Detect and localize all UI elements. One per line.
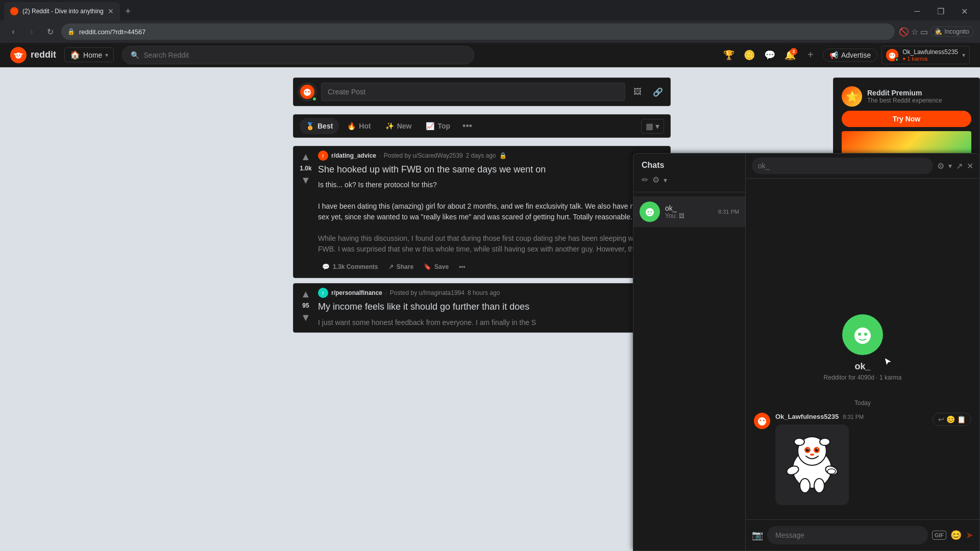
incognito-badge: 🕵 Incognito [930,27,974,37]
meta-dot-2: · [385,290,387,296]
chat-list-preview-1: You: 🖼 [665,212,713,219]
star-icon[interactable]: ☆ [911,27,918,37]
tab-close-icon[interactable]: ✕ [108,7,114,15]
chat-filter-icon[interactable]: ⚙ [652,175,659,185]
chat-expand-icon[interactable]: ▾ [948,162,952,170]
sort-more-btn[interactable]: ••• [458,121,476,132]
chat-filter-chevron[interactable]: ▾ [664,176,667,184]
post-meta-2: r r/personalfinance · Posted by u/Imagin… [318,288,666,298]
svg-point-3 [19,54,20,55]
more-btn-1[interactable]: ••• [455,260,470,273]
downvote-btn-1[interactable]: ▼ [300,174,312,186]
svg-point-36 [810,454,814,456]
premium-text: Reddit Premium The best Reddit experienc… [867,89,942,104]
msg-emoji-icon[interactable]: 😊 [946,415,955,423]
user-menu[interactable]: Ok_Lawfulness5235 ● 1 karma ▾ [881,46,970,64]
top-label: Top [437,122,450,130]
premium-desc: The best Reddit experience [867,97,942,104]
coins-action-btn[interactable]: 🪙 [741,47,757,63]
restore-button[interactable]: ❐ [929,2,952,20]
post-title-2[interactable]: My income feels like it should go furthe… [318,301,666,313]
notifications-btn[interactable]: 🔔 2 [782,47,798,63]
gif-btn[interactable]: GIF [932,531,946,540]
chat-settings-icon[interactable]: ⚙ [937,161,944,171]
lock-emoji-1: 🔒 [499,152,507,159]
advertise-btn[interactable]: 📢 Advertise [823,48,877,62]
chat-popout-icon[interactable]: ↗ [956,161,963,171]
svg-point-8 [891,54,892,55]
minimize-button[interactable]: ─ [905,2,929,20]
eye-slash-icon: 🚫 [899,27,909,37]
trophy-action-btn[interactable]: 🏆 [721,47,737,63]
search-input[interactable] [143,51,465,59]
reddit-logo[interactable]: reddit [10,47,56,63]
msg-reply-icon[interactable]: ↩ [938,415,944,423]
browser-tab-active[interactable]: (2) Reddit - Dive into anything ✕ [4,2,120,20]
chat-list-time-1: 8:31 PM [718,209,739,215]
plus-action-btn[interactable]: + [802,47,819,63]
chat-msg-name-1: Ok_Lawfulness5235 [775,413,839,420]
chat-panel: Chats ✏ ⚙ ▾ ok_ [633,153,980,551]
sub-name-2[interactable]: r/personalfinance [331,289,382,296]
emoji-btn[interactable]: 😊 [950,530,962,541]
svg-point-17 [651,211,652,213]
chat-close-icon[interactable]: ✕ [967,161,973,171]
address-bar[interactable]: 🔒 reddit.com/?rdt=44567 [61,23,895,40]
refresh-button[interactable]: ↻ [43,24,57,39]
upvote-btn-2[interactable]: ▲ [300,288,312,300]
date-divider-text: Today [854,399,871,407]
create-post-link-btn[interactable]: 🔗 [650,84,666,100]
sort-tab-top[interactable]: 📈 Top [420,118,456,134]
create-post-input[interactable]: Create Post [321,83,625,101]
home-nav[interactable]: 🏠 Home ▾ [64,47,114,62]
chat-list-actions-row: ✏ ⚙ ▾ [642,175,737,185]
sort-tab-hot[interactable]: 🔥 Hot [341,118,377,134]
hot-icon: 🔥 [347,122,356,130]
sort-tab-new[interactable]: ✨ New [379,118,418,134]
incognito-icon: 🕵 [935,28,942,35]
sub-name-1[interactable]: r/dating_advice [331,152,376,159]
browser-tab-list: (2) Reddit - Dive into anything ✕ + [4,2,904,20]
reddit-snoo-logo [13,50,23,60]
save-btn-1[interactable]: 🔖 Save [420,260,453,273]
premium-try-now-btn[interactable]: Try Now [842,111,971,127]
post-body-1: Is this... ok? Is there protocol for thi… [318,180,666,256]
sidebar-toggle-icon[interactable]: ▭ [920,27,928,37]
header-search-bar[interactable]: 🔍 [122,46,474,64]
downvote-btn-2[interactable]: ▼ [300,311,312,323]
forward-button[interactable]: › [24,24,39,39]
camera-icon[interactable]: 📷 [752,530,763,541]
svg-point-12 [305,91,307,93]
user-info: Ok_Lawfulness5235 ● 1 karma [902,48,958,62]
chat-list-item-1[interactable]: ok_ You: 🖼 8:31 PM [633,196,745,227]
chat-list-info-1: ok_ You: 🖼 [665,204,713,219]
back-button[interactable]: ‹ [6,24,20,39]
post-time-2: 8 hours ago [468,289,500,296]
msg-more-icon[interactable]: 📋 [957,415,966,423]
share-icon-1: ↗ [388,263,394,270]
profile-redditor-age: Redditor for 4090d [824,374,874,381]
send-btn[interactable]: ➤ [966,530,973,541]
chat-action-btn[interactable]: 💬 [762,47,778,63]
upvote-btn-1[interactable]: ▲ [300,151,312,163]
chat-compose-icon[interactable]: ✏ [642,175,648,185]
chat-msg-action-bar: ↩ 😊 📋 [933,413,971,426]
post-body-2: I just want some honest feedback from ev… [318,317,666,328]
create-post-image-btn[interactable]: 🖼 [629,84,646,100]
comments-btn-1[interactable]: 💬 1.3k Comments [318,260,382,273]
chat-search-input[interactable] [758,162,927,170]
sort-tab-best[interactable]: 🏅 Best [300,118,339,134]
view-toggle-btn[interactable]: ▦ ▾ [641,119,664,134]
svg-point-32 [806,448,809,452]
chat-message-input[interactable] [767,526,928,544]
reddit-header: reddit 🏠 Home ▾ 🔍 🏆 🪙 💬 🔔 2 + 📢 Advertis… [0,43,980,67]
best-label: Best [317,122,333,130]
chat-window-search[interactable] [752,158,933,174]
svg-point-7 [889,53,895,59]
share-btn-1[interactable]: ↗ Share [384,260,418,273]
advertise-label: Advertise [841,51,871,59]
post-title-1[interactable]: She hooked up with FWB on the same days … [318,164,666,176]
browser-tab-new[interactable]: + [121,4,135,18]
svg-point-33 [815,448,818,452]
close-button[interactable]: ✕ [952,2,976,20]
